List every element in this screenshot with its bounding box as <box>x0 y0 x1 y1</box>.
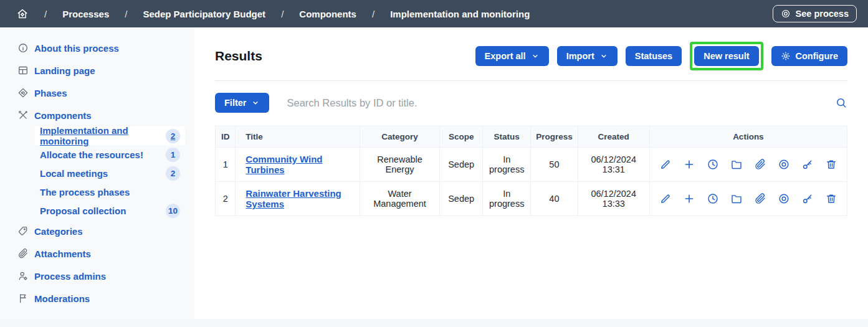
filter-search-row: Filter <box>215 93 847 113</box>
edit-action-button[interactable] <box>659 192 672 205</box>
results-table: ID Title Category Scope Status Progress … <box>215 126 847 216</box>
sidebar-subitem-the-process-phases[interactable]: The process phases <box>35 182 185 201</box>
sidebar-item-label: About this process <box>34 43 119 54</box>
new-result-button[interactable]: New result <box>694 46 758 66</box>
search-input[interactable] <box>285 97 819 110</box>
preview-action-button[interactable] <box>778 158 790 171</box>
phases-icon <box>17 87 29 98</box>
sidebar-item-about[interactable]: About this process <box>0 37 194 59</box>
sidebar-item-label: Phases <box>34 88 67 98</box>
import-button[interactable]: Import <box>557 46 618 66</box>
breadcrumb-current-component[interactable]: Implementation and monitoring <box>390 9 530 19</box>
info-icon <box>17 42 29 54</box>
main-panel: Results Export all Import Statuses <box>194 27 868 319</box>
paperclip-icon <box>17 248 29 259</box>
sidebar-item-label: Landing page <box>34 65 95 76</box>
cell-scope: Sedep <box>439 182 482 216</box>
filter-button[interactable]: Filter <box>215 93 269 113</box>
breadcrumb-separator: / <box>125 9 127 19</box>
sidebar-subitem-allocate-the-resources[interactable]: Allocate the resources! 1 <box>35 145 185 164</box>
sidebar-item-process-admins[interactable]: Process admins <box>0 265 194 287</box>
chevron-down-icon <box>531 52 540 60</box>
sidebar-subitem-implementation-and-monitoring[interactable]: Implementation and monitoring 2 <box>35 126 185 145</box>
add-action-button[interactable] <box>683 192 695 205</box>
chevron-down-icon <box>599 52 608 60</box>
attachments-action-button[interactable] <box>754 192 766 205</box>
sidebar-item-landing-page[interactable]: Landing page <box>0 59 194 82</box>
cell-progress: 50 <box>531 148 578 182</box>
see-process-button[interactable]: See process <box>773 5 857 22</box>
page-bottom-strip <box>0 319 868 327</box>
table-header-row: ID Title Category Scope Status Progress … <box>216 126 847 148</box>
col-header-created: Created <box>578 126 649 148</box>
timeline-action-button[interactable] <box>707 192 719 205</box>
breadcrumb-processes[interactable]: Processes <box>62 9 109 19</box>
sidebar-item-categories[interactable]: Categories <box>0 220 194 242</box>
cell-id: 2 <box>216 182 236 216</box>
sidebar-item-label: Attachments <box>34 249 91 259</box>
cell-status: In progress <box>483 148 531 182</box>
eye-icon <box>781 9 791 19</box>
tools-icon <box>17 110 29 121</box>
annotation-highlight-box: New result <box>690 42 763 70</box>
col-header-progress: Progress <box>531 126 578 148</box>
sidebar-item-phases[interactable]: Phases <box>0 82 194 104</box>
breadcrumb-separator: / <box>372 9 374 19</box>
count-badge: 1 <box>166 148 180 162</box>
tag-icon <box>17 225 29 237</box>
folder-action-button[interactable] <box>730 192 743 205</box>
sidebar-subitem-local-meetings[interactable]: Local meetings 2 <box>35 164 185 182</box>
sidebar-item-attachments[interactable]: Attachments <box>0 242 194 265</box>
preview-action-button[interactable] <box>778 192 790 205</box>
cell-title: Rainwater Harvesting Systems <box>236 182 360 216</box>
cell-progress: 40 <box>531 182 578 216</box>
breadcrumb-components[interactable]: Components <box>299 9 356 19</box>
col-header-actions: Actions <box>649 126 847 148</box>
edit-action-button[interactable] <box>659 158 672 171</box>
timeline-action-button[interactable] <box>707 158 719 171</box>
col-header-title: Title <box>236 126 360 148</box>
col-header-status: Status <box>483 126 531 148</box>
results-toolbar: Export all Import Statuses New re <box>475 42 847 70</box>
breadcrumb-process[interactable]: Sedep Participatory Budget <box>143 9 265 19</box>
export-all-button[interactable]: Export all <box>475 46 549 66</box>
cell-id: 1 <box>216 148 236 182</box>
result-link[interactable]: Community Wind Turbines <box>246 154 322 175</box>
flag-icon <box>17 293 29 304</box>
col-header-scope: Scope <box>439 126 482 148</box>
cell-status: In progress <box>483 182 531 216</box>
col-header-category: Category <box>360 126 440 148</box>
cell-created: 06/12/2024 13:33 <box>578 182 649 216</box>
table-row: 2 Rainwater Harvesting Systems Water Man… <box>216 182 847 216</box>
folder-action-button[interactable] <box>730 158 743 171</box>
see-process-label: See process <box>796 9 849 19</box>
table-row: 1 Community Wind Turbines Renewable Ener… <box>216 148 847 182</box>
sidebar-item-label: Moderations <box>34 293 90 304</box>
count-badge: 2 <box>166 166 180 181</box>
layout-icon <box>17 65 29 76</box>
user-gear-icon <box>17 270 29 282</box>
search-icon[interactable] <box>835 97 847 109</box>
permissions-action-button[interactable] <box>801 158 814 171</box>
header-divider <box>215 80 847 81</box>
chevron-down-icon <box>251 98 260 107</box>
cell-category: Renewable Energy <box>360 148 440 182</box>
count-badge: 2 <box>166 129 180 143</box>
cell-scope: Sedep <box>439 148 482 182</box>
permissions-action-button[interactable] <box>801 192 814 205</box>
cell-category: Water Management <box>360 182 440 216</box>
add-action-button[interactable] <box>683 158 695 171</box>
cell-actions <box>649 182 847 216</box>
delete-action-button[interactable] <box>825 192 837 205</box>
count-badge: 10 <box>166 204 180 218</box>
cell-title: Community Wind Turbines <box>236 148 360 182</box>
home-icon[interactable] <box>16 7 29 20</box>
sidebar-subitem-proposal-collection[interactable]: Proposal collection 10 <box>35 201 185 220</box>
sidebar-item-moderations[interactable]: Moderations <box>0 287 194 310</box>
configure-button[interactable]: Configure <box>771 46 847 66</box>
delete-action-button[interactable] <box>825 158 837 171</box>
result-link[interactable]: Rainwater Harvesting Systems <box>246 188 341 209</box>
attachments-action-button[interactable] <box>754 158 766 171</box>
sidebar-item-components[interactable]: Components <box>0 104 194 126</box>
statuses-button[interactable]: Statuses <box>626 46 682 66</box>
